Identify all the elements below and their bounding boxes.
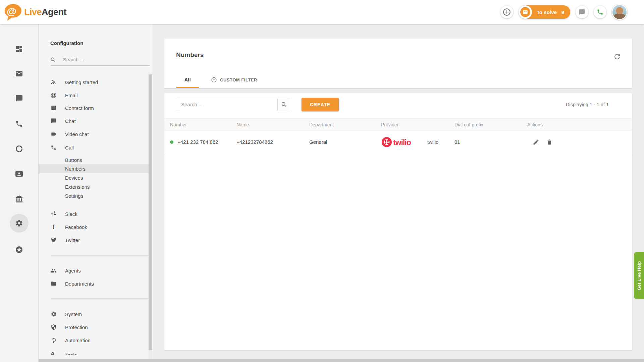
- liveagent-logo[interactable]: @ LiveAgent: [3, 2, 66, 22]
- sidebar-item-agents[interactable]: Agents: [39, 264, 149, 277]
- icon-rail: [0, 24, 39, 362]
- folder-icon: [50, 281, 57, 287]
- chat-icon: [50, 118, 57, 124]
- sidebar-item-label: Extensions: [65, 184, 90, 190]
- add-new-button[interactable]: [500, 6, 513, 18]
- twitter-icon: [50, 237, 57, 243]
- tab-all[interactable]: All: [176, 73, 199, 88]
- number-cell: +421 232 784 862: [164, 139, 236, 145]
- slack-icon: [50, 211, 57, 217]
- get-live-help-tab[interactable]: Get Live Help: [634, 252, 644, 299]
- facebook-icon: f: [50, 224, 57, 230]
- tab-custom-filter-label: CUSTOM FILTER: [220, 77, 257, 82]
- create-button[interactable]: CREATE: [302, 98, 339, 111]
- sidebar-item-label: Automation: [65, 338, 91, 343]
- sidebar-item-system[interactable]: System: [39, 308, 149, 320]
- sidebar-item-call[interactable]: Call: [39, 141, 149, 154]
- dial-out-prefix-cell: 01: [454, 139, 527, 145]
- sidebar-item-extensions[interactable]: Extensions: [39, 182, 149, 191]
- sidebar-item-facebook[interactable]: f Facebook: [39, 221, 149, 233]
- brand-agent: Agent: [42, 7, 66, 17]
- rail-item-calls[interactable]: [0, 116, 38, 132]
- table-search: [177, 98, 290, 111]
- chats-button[interactable]: [576, 6, 588, 18]
- logo-at-glyph: @: [7, 6, 16, 17]
- sidebar-item-label: Protection: [65, 324, 88, 330]
- sidebar-item-getting-started[interactable]: Getting started: [39, 76, 149, 88]
- sidebar-item-slack[interactable]: Slack: [39, 207, 149, 220]
- number-value: +421 232 784 862: [177, 139, 218, 145]
- wrench-icon: [50, 352, 57, 355]
- column-header-name[interactable]: Name: [236, 122, 309, 127]
- to-solve-button[interactable]: To solve 9: [519, 5, 570, 19]
- rail-item-tickets[interactable]: [0, 66, 38, 82]
- user-avatar[interactable]: [612, 4, 627, 20]
- rss-icon: [50, 79, 57, 85]
- table-row[interactable]: +421 232 784 862 +421232784862 General t…: [164, 131, 632, 153]
- sidebar-item-label: Facebook: [65, 224, 87, 230]
- phone-icon: [50, 145, 57, 150]
- rail-item-dashboard[interactable]: [0, 41, 38, 57]
- rail-item-configuration[interactable]: [0, 215, 38, 231]
- sidebar-divider: [51, 298, 150, 299]
- sidebar-item-tools[interactable]: Tools: [39, 349, 149, 355]
- column-header-dial-out-prefix[interactable]: Dial out prefix: [454, 122, 527, 127]
- rail-item-reports[interactable]: [0, 141, 38, 157]
- rail-item-gamification[interactable]: [0, 242, 38, 258]
- sidebar-menu: Getting started @ Email Contact form Cha…: [39, 24, 153, 355]
- sidebar-item-label: Numbers: [65, 166, 86, 172]
- column-header-actions: Actions: [527, 122, 632, 127]
- horizontal-scrollbar[interactable]: [39, 359, 644, 362]
- table-search-button[interactable]: [277, 98, 290, 111]
- chat-icon: [15, 95, 23, 103]
- delete-button[interactable]: [546, 139, 553, 145]
- sidebar-item-contact-form[interactable]: Contact form: [39, 102, 149, 114]
- tab-custom-filter[interactable]: CUSTOM FILTER: [209, 73, 259, 88]
- sidebar-item-label: Chat: [65, 118, 76, 124]
- phone-icon: [15, 120, 23, 128]
- rail-item-billing[interactable]: [0, 191, 38, 207]
- sidebar-item-label: Twitter: [65, 237, 80, 243]
- column-header-number[interactable]: Number: [164, 122, 236, 127]
- bank-icon: [15, 195, 23, 203]
- sidebar-scrollbar-thumb[interactable]: [149, 74, 152, 350]
- sidebar-item-devices[interactable]: Devices: [39, 173, 149, 182]
- gear-icon: [50, 311, 57, 317]
- numbers-table: Number Name Department Provider Dial out…: [164, 118, 632, 153]
- sidebar-item-buttons[interactable]: Buttons: [39, 156, 149, 165]
- sidebar-item-video-chat[interactable]: Video chat: [39, 128, 149, 140]
- sidebar-item-label: System: [65, 311, 82, 317]
- sidebar-item-label: Getting started: [65, 79, 98, 85]
- table-search-input[interactable]: [177, 98, 277, 111]
- sidebar-item-twitter[interactable]: Twitter: [39, 234, 149, 246]
- configuration-sidebar: Configuration Getting started @ Email Co…: [39, 24, 153, 362]
- sidebar-item-numbers[interactable]: Numbers: [39, 164, 149, 173]
- column-header-department[interactable]: Department: [309, 122, 381, 127]
- sidebar-item-label: Departments: [65, 281, 94, 287]
- sidebar-item-settings[interactable]: Settings: [39, 191, 149, 200]
- autorenew-icon: [50, 337, 57, 343]
- videocam-icon: [50, 131, 57, 137]
- refresh-button[interactable]: [613, 53, 621, 61]
- column-header-provider[interactable]: Provider: [381, 122, 454, 127]
- edit-button[interactable]: [533, 139, 539, 145]
- envelope-icon: [523, 9, 528, 15]
- sidebar-item-chat[interactable]: Chat: [39, 115, 149, 127]
- sidebar-item-email[interactable]: @ Email: [39, 89, 149, 102]
- sidebar-item-label: Slack: [65, 211, 77, 217]
- sidebar-item-departments[interactable]: Departments: [39, 277, 149, 290]
- phone-icon: [597, 9, 603, 15]
- sidebar-item-automation[interactable]: Automation: [39, 334, 149, 347]
- sidebar-divider: [51, 255, 150, 256]
- pagination-status: Displaying 1 - 1 of 1: [566, 102, 609, 107]
- department-cell: General: [309, 139, 381, 145]
- sidebar-item-label: Video chat: [65, 131, 89, 137]
- calls-button[interactable]: [594, 6, 606, 18]
- at-sign-icon: @: [50, 92, 57, 98]
- table-toolbar: CREATE Displaying 1 - 1 of 1: [177, 98, 620, 111]
- refresh-icon: [613, 53, 621, 61]
- sidebar-item-label: Call: [65, 145, 74, 150]
- sidebar-item-protection[interactable]: Protection: [39, 321, 149, 334]
- rail-item-chats[interactable]: [0, 90, 38, 107]
- rail-item-contacts[interactable]: [0, 166, 38, 182]
